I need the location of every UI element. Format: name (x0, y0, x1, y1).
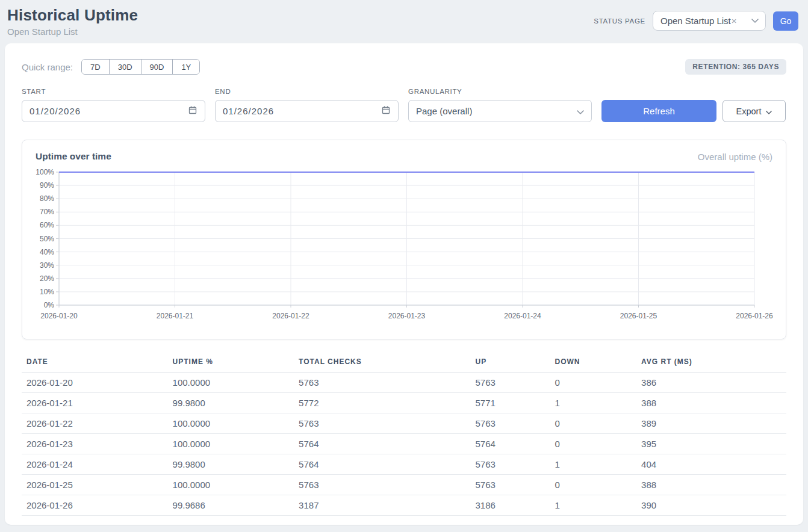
start-date-field: START 01/20/2026 (22, 88, 205, 122)
x-axis-tick-label: 2026-01-21 (157, 312, 194, 320)
table-cell: 2026-01-21 (22, 393, 168, 413)
start-date-input[interactable]: 01/20/2026 (22, 100, 205, 122)
table-cell: 5763 (470, 454, 550, 475)
x-axis-tick-label: 2026-01-22 (272, 312, 309, 320)
table-cell: 100.0000 (168, 373, 294, 393)
calendar-icon[interactable] (381, 105, 391, 117)
chart-legend: Overall uptime (%) (698, 152, 772, 162)
table-cell: 5764 (294, 434, 470, 454)
quick-range-row: Quick range: 7D30D90D1Y RETENTION: 365 D… (22, 59, 786, 75)
x-axis-tick-label: 2026-01-26 (736, 312, 773, 320)
go-button[interactable]: Go (773, 11, 798, 31)
calendar-icon[interactable] (188, 105, 197, 117)
table-cell: 5763 (294, 373, 470, 393)
chart-header: Uptime over time Overall uptime (%) (36, 151, 772, 162)
quick-range-1y-button[interactable]: 1Y (173, 60, 199, 74)
table-cell: 2026-01-24 (22, 454, 168, 475)
table-row: 2026-01-22100.0000576357630389 (22, 413, 786, 434)
chevron-down-icon (766, 107, 772, 116)
granularity-value: Page (overall) (416, 106, 472, 116)
quick-range-90d-button[interactable]: 90D (141, 60, 173, 74)
main-panel: Quick range: 7D30D90D1Y RETENTION: 365 D… (5, 43, 803, 525)
table-cell: 5763 (294, 475, 470, 495)
chart-title: Uptime over time (36, 151, 111, 162)
column-header: AVG RT (MS) (636, 354, 786, 373)
x-axis-tick-label: 2026-01-20 (40, 312, 78, 320)
table-cell: 100.0000 (168, 434, 294, 454)
y-axis-tick-label: 80% (40, 194, 54, 203)
table-cell: 2026-01-22 (22, 413, 168, 434)
column-header: DATE (22, 354, 168, 373)
y-axis-tick-label: 20% (40, 274, 54, 283)
table-cell: 2026-01-23 (22, 434, 168, 454)
status-page-value: Open Startup List (660, 16, 731, 26)
table-cell: 99.9800 (168, 454, 294, 475)
column-header: UPTIME % (168, 354, 294, 373)
title-block: Historical Uptime Open Startup List (7, 6, 138, 37)
column-header: DOWN (550, 354, 637, 373)
chevron-down-icon (751, 19, 759, 23)
table-cell: 0 (550, 475, 637, 495)
table-cell: 386 (636, 373, 786, 393)
x-axis-tick-label: 2026-01-25 (620, 312, 657, 320)
table-cell: 100.0000 (168, 413, 294, 434)
end-date-value: 01/26/2026 (223, 106, 274, 116)
table-cell: 3186 (470, 495, 550, 516)
uptime-table: DATEUPTIME %TOTAL CHECKSUPDOWNAVG RT (MS… (22, 354, 786, 516)
table-cell: 3187 (294, 495, 470, 516)
table-cell: 5764 (470, 434, 550, 454)
table-row: 2026-01-2199.9800577257711388 (22, 393, 786, 413)
table-cell: 2026-01-25 (22, 475, 168, 495)
table-cell: 2026-01-26 (22, 495, 168, 516)
clear-icon[interactable]: × (732, 16, 737, 25)
table-cell: 5763 (470, 373, 550, 393)
table-cell: 1 (550, 495, 637, 516)
end-date-field: END 01/26/2026 (215, 88, 399, 122)
table-row: 2026-01-2699.9686318731861390 (22, 495, 786, 516)
granularity-label: GRANULARITY (408, 88, 592, 95)
table-cell: 404 (636, 454, 786, 475)
y-axis-tick-label: 40% (40, 248, 54, 256)
quick-range-7d-button[interactable]: 7D (82, 60, 110, 74)
table-cell: 390 (636, 495, 786, 516)
granularity-field: GRANULARITY Page (overall) (408, 88, 592, 122)
table-cell: 5763 (470, 413, 550, 434)
table-cell: 388 (636, 393, 786, 413)
status-page-select[interactable]: Open Startup List × (653, 11, 766, 31)
uptime-chart: 0%10%20%30%40%50%60%70%80%90%100%2026-01… (36, 167, 776, 324)
table-cell: 100.0000 (168, 475, 294, 495)
end-date-input[interactable]: 01/26/2026 (215, 100, 399, 122)
y-axis-tick-label: 100% (36, 168, 54, 176)
table-cell: 5764 (294, 454, 470, 475)
y-axis-tick-label: 0% (44, 301, 55, 309)
top-bar: Historical Uptime Open Startup List STAT… (0, 0, 808, 43)
uptime-chart-card: Uptime over time Overall uptime (%) 0%10… (22, 140, 786, 339)
end-label: END (215, 88, 399, 95)
table-row: 2026-01-2499.9800576457631404 (22, 454, 786, 475)
quick-range-button-group: 7D30D90D1Y (81, 59, 200, 75)
table-cell: 5763 (470, 475, 550, 495)
table-row: 2026-01-25100.0000576357630388 (22, 475, 786, 495)
table-cell: 0 (550, 413, 637, 434)
status-page-label: STATUS PAGE (594, 17, 645, 25)
table-cell: 1 (550, 454, 637, 475)
table-cell: 388 (636, 475, 786, 495)
column-header: TOTAL CHECKS (294, 354, 470, 373)
refresh-button[interactable]: Refresh (601, 100, 716, 122)
column-header: UP (470, 354, 550, 373)
table-cell: 0 (550, 373, 637, 393)
table-cell: 2026-01-20 (22, 373, 168, 393)
table-row: 2026-01-23100.0000576457640395 (22, 434, 786, 454)
x-axis-tick-label: 2026-01-24 (504, 312, 541, 320)
status-page-controls: STATUS PAGE Open Startup List × Go (594, 11, 798, 31)
x-axis-tick-label: 2026-01-23 (388, 312, 426, 320)
quick-range-30d-button[interactable]: 30D (110, 60, 141, 74)
export-label: Export (736, 107, 762, 116)
table-cell: 99.9686 (168, 495, 294, 516)
y-axis-tick-label: 10% (40, 288, 54, 296)
granularity-select[interactable]: Page (overall) (408, 100, 592, 122)
filter-fields-row: START 01/20/2026 END 01/26/2026 GRANULAR… (22, 88, 786, 122)
start-date-value: 01/20/2026 (30, 106, 81, 116)
page-subtitle: Open Startup List (7, 26, 138, 37)
export-button[interactable]: Export (723, 100, 786, 122)
